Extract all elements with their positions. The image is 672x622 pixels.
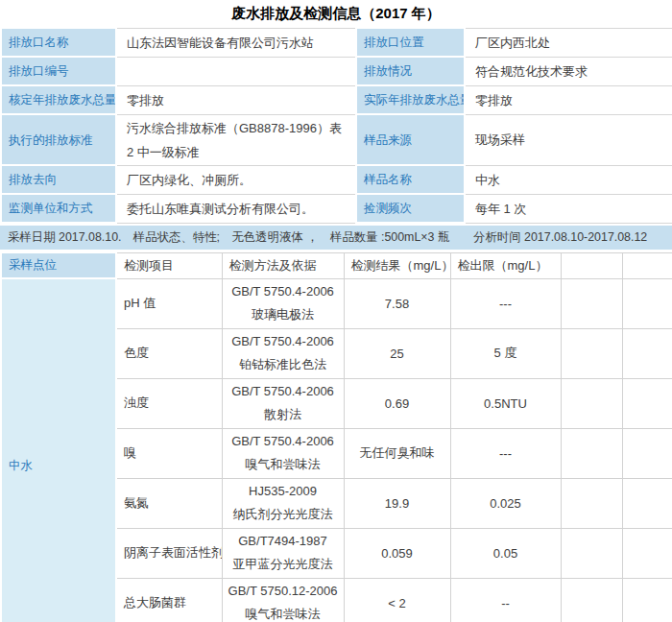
- method-name: 铂钴标准比色法: [225, 353, 342, 376]
- discharge-info-table: 排放口名称山东法因智能设备有限公司污水站排放口位置厂区内西北处排放口编号排放情况…: [0, 27, 672, 224]
- info-label: 样品来源: [356, 114, 465, 165]
- detection-item: 色度: [116, 328, 222, 378]
- info-value: 零排放: [465, 85, 672, 114]
- sample-summary-bar: 采样日期 2017.08.10. 样品状态、特性; 无色透明液体 ， 样品数量 …: [0, 224, 672, 251]
- method-name: 嗅气和尝味法: [225, 453, 342, 476]
- column-header-method: 检测方法及依据: [222, 252, 344, 278]
- info-value: 零排放: [116, 85, 356, 114]
- detection-limit: 0.5NTU: [450, 378, 561, 428]
- info-label: 排放去向: [1, 165, 116, 194]
- info-row: 监测单位和方式委托山东唯真测试分析有限公司。捡测频次每年 1 次: [1, 194, 672, 223]
- info-label: 监测单位和方式: [1, 194, 116, 223]
- info-label: 排放情况: [356, 57, 465, 85]
- column-header-empty-1: [561, 252, 622, 278]
- detection-method: GB/T7494-1987亚甲蓝分光光度法: [222, 528, 344, 578]
- detection-item: 总大肠菌群: [116, 578, 222, 622]
- detection-results-table: 采样点位 检测项目 检测方法及依据 检测结果（mg/L） 检出限（mg/L） 中…: [0, 251, 672, 622]
- column-header-result: 检测结果（mg/L）: [344, 252, 450, 278]
- method-standard: HJ535-2009: [225, 480, 342, 503]
- detection-result: < 2: [344, 578, 450, 622]
- detection-result: 无任何臭和味: [344, 428, 450, 478]
- detection-method: GB/T 5750.4-2006铂钴标准比色法: [222, 328, 344, 378]
- detection-method: GB/T 5750.4-2006散射法: [222, 378, 344, 428]
- detection-item: pH 值: [116, 278, 222, 328]
- column-header-empty-2: [622, 252, 672, 278]
- detection-method: GB/T 5750.4-2006玻璃电极法: [222, 278, 344, 328]
- info-value: [116, 57, 356, 85]
- method-name: 嗅气和尝味法: [225, 603, 342, 622]
- info-value: 山东法因智能设备有限公司污水站: [116, 28, 356, 57]
- method-name: 纳氏剂分光光度法: [225, 503, 342, 526]
- empty-cell: [622, 428, 672, 478]
- detection-method: GB/T 5750.4-2006嗅气和尝味法: [222, 428, 344, 478]
- column-header-item: 检测项目: [116, 252, 222, 278]
- detection-method: GB/T 5750.12-2006嗅气和尝味法: [222, 578, 344, 622]
- info-row: 排放去向厂区内绿化、冲厕所。样品名称中水: [1, 165, 672, 194]
- empty-cell: [622, 478, 672, 528]
- info-value: 厂区内西北处: [465, 28, 672, 57]
- empty-cell: [622, 328, 672, 378]
- info-row: 执行的排放标准污水综合排放标准（GB8878-1996）表 2 中一级标准样品来…: [1, 114, 672, 165]
- info-label: 捡测频次: [356, 194, 465, 223]
- method-standard: GB/T 5750.4-2006: [225, 430, 342, 453]
- page-title: 废水排放及检测信息（2017 年）: [0, 0, 672, 27]
- empty-cell: [561, 378, 622, 428]
- info-label: 排放口位置: [356, 28, 465, 57]
- detection-method: HJ535-2009纳氏剂分光光度法: [222, 478, 344, 528]
- wastewater-report-page: 废水排放及检测信息（2017 年） 排放口名称山东法因智能设备有限公司污水站排放…: [0, 0, 672, 622]
- info-row: 排放口名称山东法因智能设备有限公司污水站排放口位置厂区内西北处: [1, 28, 672, 57]
- column-header-sampling-point: 采样点位: [1, 252, 116, 278]
- method-name: 散射法: [225, 403, 342, 426]
- info-value: 污水综合排放标准（GB8878-1996）表 2 中一级标准: [116, 114, 356, 165]
- empty-cell: [622, 378, 672, 428]
- detection-item: 嗅: [116, 428, 222, 478]
- detection-result: 19.9: [344, 478, 450, 528]
- method-name: 亚甲蓝分光光度法: [225, 553, 342, 576]
- method-standard: GB/T 5750.4-2006: [225, 380, 342, 403]
- info-label: 执行的排放标准: [1, 114, 116, 165]
- empty-cell: [622, 578, 672, 622]
- info-value: 厂区内绿化、冲厕所。: [116, 165, 356, 194]
- detection-row: 中水pH 值GB/T 5750.4-2006玻璃电极法7.58---: [1, 278, 672, 328]
- empty-cell: [561, 528, 622, 578]
- empty-cell: [622, 528, 672, 578]
- info-label: 排放口名称: [1, 28, 116, 57]
- empty-cell: [561, 428, 622, 478]
- method-name: 玻璃电极法: [225, 303, 342, 326]
- method-standard: GB/T 5750.4-2006: [225, 280, 342, 303]
- detection-result: 0.059: [344, 528, 450, 578]
- detection-result: 7.58: [344, 278, 450, 328]
- empty-cell: [561, 478, 622, 528]
- detail-header-row: 采样点位 检测项目 检测方法及依据 检测结果（mg/L） 检出限（mg/L）: [1, 252, 672, 278]
- detection-limit: ---: [450, 278, 561, 328]
- info-value: 委托山东唯真测试分析有限公司。: [116, 194, 356, 223]
- detection-limit: --: [450, 578, 561, 622]
- info-value: 现场采样: [465, 114, 672, 165]
- info-label: 排放口编号: [1, 57, 116, 85]
- sampling-point-value: 中水: [1, 278, 116, 622]
- method-standard: GB/T 5750.4-2006: [225, 330, 342, 353]
- info-value: 每年 1 次: [465, 194, 672, 223]
- detection-item: 阴离子表面活性剂: [116, 528, 222, 578]
- info-value: 符合规范化技术要求: [465, 57, 672, 85]
- column-header-limit: 检出限（mg/L）: [450, 252, 561, 278]
- detection-result: 0.69: [344, 378, 450, 428]
- detection-result: 25: [344, 328, 450, 378]
- empty-cell: [561, 578, 622, 622]
- empty-cell: [561, 278, 622, 328]
- info-label: 实际年排放废水总量: [356, 85, 465, 114]
- info-row: 核定年排放废水总量零排放实际年排放废水总量零排放: [1, 85, 672, 114]
- empty-cell: [622, 278, 672, 328]
- empty-cell: [561, 328, 622, 378]
- info-label: 核定年排放废水总量: [1, 85, 116, 114]
- detection-limit: 0.025: [450, 478, 561, 528]
- info-label: 样品名称: [356, 165, 465, 194]
- method-standard: GB/T 5750.12-2006: [225, 580, 342, 603]
- detection-item: 氨氮: [116, 478, 222, 528]
- info-value: 中水: [465, 165, 672, 194]
- detection-item: 浊度: [116, 378, 222, 428]
- method-standard: GB/T7494-1987: [225, 530, 342, 553]
- detection-limit: 0.05: [450, 528, 561, 578]
- info-row: 排放口编号排放情况符合规范化技术要求: [1, 57, 672, 85]
- detection-limit: ---: [450, 428, 561, 478]
